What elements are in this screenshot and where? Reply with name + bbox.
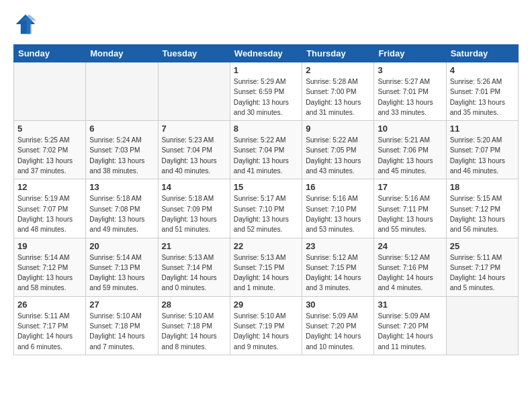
day-number: 7 bbox=[162, 124, 226, 134]
day-number: 1 bbox=[234, 65, 298, 75]
calendar-cell: 24Sunrise: 5:12 AM Sunset: 7:16 PM Dayli… bbox=[374, 238, 446, 296]
day-info: Sunrise: 5:18 AM Sunset: 7:09 PM Dayligh… bbox=[162, 193, 226, 234]
day-info: Sunrise: 5:20 AM Sunset: 7:07 PM Dayligh… bbox=[450, 135, 515, 176]
day-info: Sunrise: 5:19 AM Sunset: 7:07 PM Dayligh… bbox=[17, 193, 82, 234]
day-info: Sunrise: 5:23 AM Sunset: 7:04 PM Dayligh… bbox=[162, 135, 226, 176]
calendar-cell: 7Sunrise: 5:23 AM Sunset: 7:04 PM Daylig… bbox=[158, 121, 230, 179]
calendar-cell: 4Sunrise: 5:26 AM Sunset: 7:01 PM Daylig… bbox=[446, 62, 518, 121]
logo bbox=[13, 13, 39, 38]
day-number: 20 bbox=[89, 241, 154, 251]
day-info: Sunrise: 5:16 AM Sunset: 7:11 PM Dayligh… bbox=[378, 193, 442, 234]
weekday-header-monday: Monday bbox=[86, 45, 158, 62]
day-number: 22 bbox=[234, 241, 298, 251]
calendar-cell: 16Sunrise: 5:16 AM Sunset: 7:10 PM Dayli… bbox=[302, 179, 374, 238]
day-info: Sunrise: 5:17 AM Sunset: 7:10 PM Dayligh… bbox=[234, 193, 298, 234]
calendar-cell: 15Sunrise: 5:17 AM Sunset: 7:10 PM Dayli… bbox=[230, 179, 302, 238]
page-header bbox=[13, 13, 519, 38]
calendar-cell: 2Sunrise: 5:28 AM Sunset: 7:00 PM Daylig… bbox=[302, 62, 374, 121]
day-number: 15 bbox=[234, 182, 298, 192]
calendar-cell: 9Sunrise: 5:22 AM Sunset: 7:05 PM Daylig… bbox=[302, 121, 374, 179]
weekday-header-wednesday: Wednesday bbox=[230, 45, 302, 62]
day-number: 9 bbox=[306, 124, 370, 134]
calendar-cell bbox=[86, 62, 158, 121]
day-number: 11 bbox=[450, 124, 515, 134]
calendar-week-2: 5Sunrise: 5:25 AM Sunset: 7:02 PM Daylig… bbox=[14, 121, 519, 179]
day-number: 10 bbox=[378, 124, 442, 134]
day-info: Sunrise: 5:29 AM Sunset: 6:59 PM Dayligh… bbox=[234, 77, 298, 118]
day-number: 13 bbox=[89, 182, 154, 192]
day-info: Sunrise: 5:26 AM Sunset: 7:01 PM Dayligh… bbox=[450, 77, 515, 118]
day-info: Sunrise: 5:18 AM Sunset: 7:08 PM Dayligh… bbox=[89, 193, 154, 234]
day-number: 26 bbox=[17, 300, 82, 310]
day-info: Sunrise: 5:16 AM Sunset: 7:10 PM Dayligh… bbox=[306, 193, 370, 234]
day-info: Sunrise: 5:22 AM Sunset: 7:05 PM Dayligh… bbox=[306, 135, 370, 176]
day-info: Sunrise: 5:13 AM Sunset: 7:15 PM Dayligh… bbox=[234, 253, 298, 293]
calendar-cell: 28Sunrise: 5:10 AM Sunset: 7:18 PM Dayli… bbox=[158, 296, 230, 355]
day-info: Sunrise: 5:27 AM Sunset: 7:01 PM Dayligh… bbox=[378, 77, 442, 118]
calendar-cell: 5Sunrise: 5:25 AM Sunset: 7:02 PM Daylig… bbox=[14, 121, 86, 179]
calendar-cell: 30Sunrise: 5:09 AM Sunset: 7:20 PM Dayli… bbox=[302, 296, 374, 355]
day-info: Sunrise: 5:24 AM Sunset: 7:03 PM Dayligh… bbox=[89, 135, 154, 176]
calendar-week-3: 12Sunrise: 5:19 AM Sunset: 7:07 PM Dayli… bbox=[14, 179, 519, 238]
calendar-cell: 18Sunrise: 5:15 AM Sunset: 7:12 PM Dayli… bbox=[446, 179, 518, 238]
day-info: Sunrise: 5:14 AM Sunset: 7:13 PM Dayligh… bbox=[89, 253, 154, 293]
day-number: 21 bbox=[162, 241, 226, 251]
calendar-cell: 10Sunrise: 5:21 AM Sunset: 7:06 PM Dayli… bbox=[374, 121, 446, 179]
day-number: 4 bbox=[450, 65, 515, 75]
calendar-week-1: 1Sunrise: 5:29 AM Sunset: 6:59 PM Daylig… bbox=[14, 62, 519, 121]
day-number: 31 bbox=[378, 300, 442, 310]
day-info: Sunrise: 5:09 AM Sunset: 7:20 PM Dayligh… bbox=[306, 311, 370, 352]
day-number: 19 bbox=[17, 241, 82, 251]
calendar-cell: 25Sunrise: 5:11 AM Sunset: 7:17 PM Dayli… bbox=[446, 238, 518, 296]
day-number: 14 bbox=[162, 182, 226, 192]
day-info: Sunrise: 5:28 AM Sunset: 7:00 PM Dayligh… bbox=[306, 77, 370, 118]
logo-icon bbox=[13, 12, 38, 36]
calendar-cell: 22Sunrise: 5:13 AM Sunset: 7:15 PM Dayli… bbox=[230, 238, 302, 296]
day-info: Sunrise: 5:10 AM Sunset: 7:18 PM Dayligh… bbox=[89, 311, 154, 352]
day-number: 2 bbox=[306, 65, 370, 75]
calendar-cell: 11Sunrise: 5:20 AM Sunset: 7:07 PM Dayli… bbox=[446, 121, 518, 179]
calendar-cell bbox=[446, 296, 518, 355]
calendar-cell: 29Sunrise: 5:10 AM Sunset: 7:19 PM Dayli… bbox=[230, 296, 302, 355]
day-info: Sunrise: 5:22 AM Sunset: 7:04 PM Dayligh… bbox=[234, 135, 298, 176]
day-info: Sunrise: 5:10 AM Sunset: 7:19 PM Dayligh… bbox=[234, 311, 298, 352]
calendar-cell bbox=[14, 62, 86, 121]
day-number: 23 bbox=[306, 241, 370, 251]
day-info: Sunrise: 5:21 AM Sunset: 7:06 PM Dayligh… bbox=[378, 135, 442, 176]
calendar-week-5: 26Sunrise: 5:11 AM Sunset: 7:17 PM Dayli… bbox=[14, 296, 519, 355]
day-number: 28 bbox=[162, 300, 226, 310]
calendar-cell: 21Sunrise: 5:13 AM Sunset: 7:14 PM Dayli… bbox=[158, 238, 230, 296]
calendar-cell: 23Sunrise: 5:12 AM Sunset: 7:15 PM Dayli… bbox=[302, 238, 374, 296]
day-info: Sunrise: 5:15 AM Sunset: 7:12 PM Dayligh… bbox=[450, 193, 515, 234]
day-info: Sunrise: 5:09 AM Sunset: 7:20 PM Dayligh… bbox=[378, 311, 442, 352]
day-info: Sunrise: 5:12 AM Sunset: 7:15 PM Dayligh… bbox=[306, 253, 370, 293]
day-number: 8 bbox=[234, 124, 298, 134]
day-info: Sunrise: 5:12 AM Sunset: 7:16 PM Dayligh… bbox=[378, 253, 442, 293]
day-number: 24 bbox=[378, 241, 442, 251]
calendar-cell: 27Sunrise: 5:10 AM Sunset: 7:18 PM Dayli… bbox=[86, 296, 158, 355]
day-info: Sunrise: 5:10 AM Sunset: 7:18 PM Dayligh… bbox=[162, 311, 226, 352]
weekday-header-friday: Friday bbox=[374, 45, 446, 62]
calendar-cell: 13Sunrise: 5:18 AM Sunset: 7:08 PM Dayli… bbox=[86, 179, 158, 238]
day-number: 25 bbox=[450, 241, 515, 251]
calendar-cell: 20Sunrise: 5:14 AM Sunset: 7:13 PM Dayli… bbox=[86, 238, 158, 296]
calendar-cell: 19Sunrise: 5:14 AM Sunset: 7:12 PM Dayli… bbox=[14, 238, 86, 296]
day-number: 27 bbox=[89, 300, 154, 310]
calendar-cell: 8Sunrise: 5:22 AM Sunset: 7:04 PM Daylig… bbox=[230, 121, 302, 179]
day-number: 16 bbox=[306, 182, 370, 192]
calendar-week-4: 19Sunrise: 5:14 AM Sunset: 7:12 PM Dayli… bbox=[14, 238, 519, 296]
day-number: 12 bbox=[17, 182, 82, 192]
calendar-cell: 14Sunrise: 5:18 AM Sunset: 7:09 PM Dayli… bbox=[158, 179, 230, 238]
calendar-cell: 12Sunrise: 5:19 AM Sunset: 7:07 PM Dayli… bbox=[14, 179, 86, 238]
day-number: 30 bbox=[306, 300, 370, 310]
calendar-cell: 17Sunrise: 5:16 AM Sunset: 7:11 PM Dayli… bbox=[374, 179, 446, 238]
calendar-cell: 26Sunrise: 5:11 AM Sunset: 7:17 PM Dayli… bbox=[14, 296, 86, 355]
calendar-cell: 6Sunrise: 5:24 AM Sunset: 7:03 PM Daylig… bbox=[86, 121, 158, 179]
day-info: Sunrise: 5:14 AM Sunset: 7:12 PM Dayligh… bbox=[17, 253, 82, 293]
day-info: Sunrise: 5:11 AM Sunset: 7:17 PM Dayligh… bbox=[17, 311, 82, 352]
weekday-header-tuesday: Tuesday bbox=[158, 45, 230, 62]
day-number: 6 bbox=[89, 124, 154, 134]
day-number: 18 bbox=[450, 182, 515, 192]
calendar-table: SundayMondayTuesdayWednesdayThursdayFrid… bbox=[13, 44, 519, 355]
day-info: Sunrise: 5:11 AM Sunset: 7:17 PM Dayligh… bbox=[450, 253, 515, 293]
